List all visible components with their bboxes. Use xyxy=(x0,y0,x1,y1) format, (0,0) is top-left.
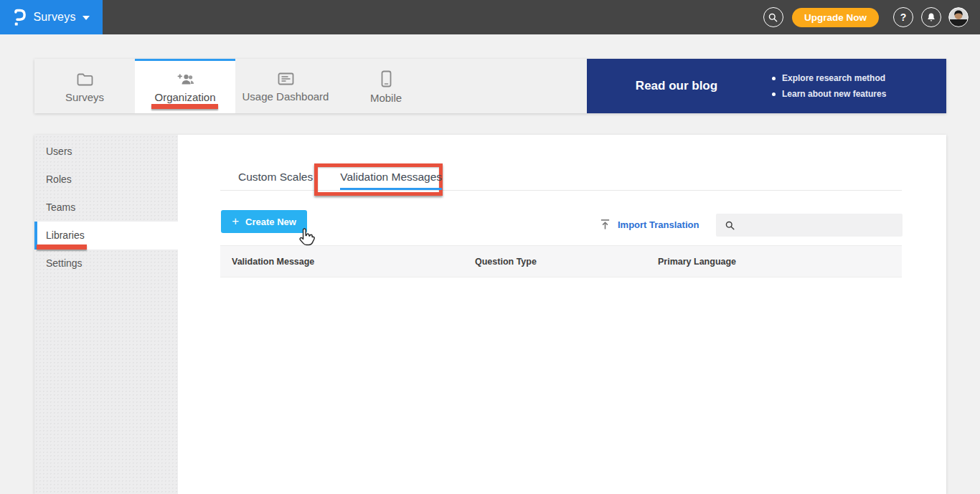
page: Surveys Upgrade Now ? xyxy=(0,0,980,494)
banner-bullet-list: Explore research method Learn about new … xyxy=(772,73,886,99)
main-panel: Users Roles Teams Libraries Settings Cus… xyxy=(34,135,946,494)
libraries-content: Custom Scales Validation Messages + Crea… xyxy=(178,135,946,494)
bullet-dot-icon xyxy=(772,77,776,80)
topbar: Surveys Upgrade Now ? xyxy=(0,0,980,34)
sidebar-item-teams[interactable]: Teams xyxy=(34,194,178,222)
create-new-label: Create New xyxy=(245,217,296,227)
user-avatar[interactable] xyxy=(948,7,969,27)
mouse-cursor-hand-icon xyxy=(297,227,316,246)
banner-title: Read our blog xyxy=(587,79,766,93)
help-button[interactable]: ? xyxy=(893,7,913,27)
question-mark-icon: ? xyxy=(900,11,907,23)
product-switcher[interactable]: Surveys xyxy=(0,0,103,34)
avatar-photo xyxy=(948,7,969,27)
annotation-underline-libraries xyxy=(37,244,87,250)
search-input[interactable] xyxy=(735,214,903,237)
column-header-question-type: Question Type xyxy=(475,257,658,267)
nav-tab-surveys[interactable]: Surveys xyxy=(34,59,135,113)
nav-tab-label: Mobile xyxy=(370,92,402,104)
nav-tab-label: Usage Dashboard xyxy=(242,90,329,103)
tab-validation-messages[interactable]: Validation Messages xyxy=(340,171,442,190)
sidebar-item-users[interactable]: Users xyxy=(34,138,178,166)
banner-bullet: Learn about new features xyxy=(772,89,886,99)
import-translation-label: Import Translation xyxy=(618,219,699,230)
column-header-validation-message: Validation Message xyxy=(232,257,475,267)
nav-tab-mobile[interactable]: Mobile xyxy=(336,59,436,113)
folder-icon xyxy=(76,72,94,87)
sidebar-item-settings[interactable]: Settings xyxy=(34,250,178,277)
dashboard-icon xyxy=(277,72,295,86)
product-name: Surveys xyxy=(33,11,75,24)
sidebar-item-roles[interactable]: Roles xyxy=(34,166,178,194)
search-icon xyxy=(725,220,735,231)
banner-bullet: Explore research method xyxy=(772,73,886,83)
search-icon xyxy=(768,12,778,23)
nav-tab-label: Organization xyxy=(154,91,215,103)
column-header-primary-language: Primary Language xyxy=(658,257,902,267)
nav-tab-usage-dashboard[interactable]: Usage Dashboard xyxy=(235,59,336,113)
import-upload-icon xyxy=(600,219,611,230)
mobile-icon xyxy=(381,70,392,87)
annotation-underline-organization xyxy=(151,104,218,109)
banner-bullet-text: Explore research method xyxy=(782,73,885,83)
questionpro-logo-icon xyxy=(13,9,27,27)
bullet-dot-icon xyxy=(772,92,776,96)
add-users-icon xyxy=(176,72,195,87)
bell-icon xyxy=(926,12,936,23)
topbar-actions: Upgrade Now ? xyxy=(763,7,980,27)
table-header-row: Validation Message Question Type Primary… xyxy=(220,245,902,277)
library-tabs: Custom Scales Validation Messages xyxy=(238,171,442,190)
banner-bullet-text: Learn about new features xyxy=(782,89,886,99)
upgrade-now-button[interactable]: Upgrade Now xyxy=(792,8,879,27)
chevron-down-icon xyxy=(83,16,90,20)
table-search xyxy=(716,214,903,237)
create-new-button[interactable]: + Create New xyxy=(221,210,307,233)
nav-tab-label: Surveys xyxy=(65,91,104,103)
organization-sidebar: Users Roles Teams Libraries Settings xyxy=(34,135,178,494)
global-search-button[interactable] xyxy=(763,7,783,27)
import-translation-link[interactable]: Import Translation xyxy=(600,219,699,230)
blog-banner[interactable]: Read our blog Explore research method Le… xyxy=(587,59,946,113)
notifications-button[interactable] xyxy=(921,7,941,27)
plus-icon: + xyxy=(232,215,239,227)
tab-custom-scales[interactable]: Custom Scales xyxy=(238,171,313,190)
